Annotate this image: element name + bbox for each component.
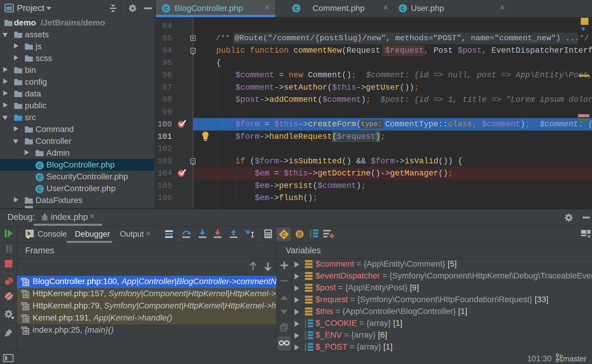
svg-text:3: 3: [310, 235, 311, 238]
svg-text:C: C: [38, 186, 42, 192]
svg-text:3: 3: [305, 325, 306, 328]
svg-text:C: C: [164, 5, 168, 12]
svg-text:@: @: [298, 231, 301, 238]
svg-text:3: 3: [305, 336, 306, 340]
svg-text:C: C: [38, 162, 42, 169]
svg-text:C: C: [401, 5, 405, 12]
svg-text:C: C: [282, 232, 286, 238]
svg-text:C: C: [294, 5, 298, 12]
svg-text:C: C: [38, 174, 42, 181]
